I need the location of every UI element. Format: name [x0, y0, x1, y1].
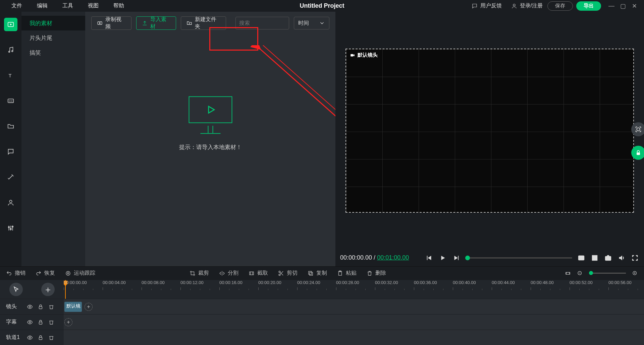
sidebar-adjust[interactable]: [4, 221, 17, 235]
copy-button[interactable]: 复制: [308, 270, 327, 277]
export-button[interactable]: 导出: [576, 1, 601, 11]
comment-icon: [7, 148, 14, 155]
sidebar-effects[interactable]: [4, 170, 17, 184]
menu-edit[interactable]: 编辑: [30, 2, 55, 9]
chevron-down-icon: [319, 20, 325, 26]
menu-help[interactable]: 帮助: [106, 2, 131, 9]
ruler-tick: 00:00:36.00: [414, 280, 437, 285]
ruler-tick: 00:00:20.00: [258, 280, 281, 285]
undo-button[interactable]: 撤销: [6, 270, 25, 277]
library-item-my-media[interactable]: 我的素材: [21, 16, 85, 30]
trash-icon[interactable]: [48, 304, 54, 310]
play-button[interactable]: [438, 254, 447, 262]
timeline-clip[interactable]: 默认镜: [64, 302, 82, 312]
feedback-button[interactable]: 用户反馈: [467, 2, 506, 9]
library-item-intros[interactable]: 片头片尾: [21, 30, 85, 45]
visibility-icon[interactable]: [27, 335, 33, 341]
track-lane[interactable]: [64, 330, 644, 345]
add-clip-button[interactable]: +: [85, 303, 93, 311]
user-icon: [511, 3, 517, 9]
timeline-header: ＋ 00:00:00.0000:00:04.0000:00:08.0000:00…: [0, 280, 644, 299]
login-button[interactable]: 登录/注册: [506, 2, 547, 9]
svg-rect-41: [39, 322, 42, 324]
visibility-icon[interactable]: [27, 319, 33, 325]
svg-point-0: [513, 4, 515, 6]
ruler-tick: 00:00:56.00: [608, 280, 632, 285]
sidebar-text[interactable]: T: [4, 69, 17, 82]
trim-button[interactable]: 截取: [249, 270, 268, 277]
folder-icon: [7, 123, 14, 130]
lock-button[interactable]: [631, 146, 644, 160]
sidebar-caption[interactable]: CC: [4, 94, 17, 108]
ruler-tick: 00:00:52.00: [570, 280, 593, 285]
preview-canvas[interactable]: 默认镜头: [345, 49, 634, 213]
menu-view[interactable]: 视图: [80, 2, 106, 9]
fit-icon[interactable]: [565, 270, 571, 276]
menu-file[interactable]: 文件: [4, 2, 30, 9]
lock-icon[interactable]: [38, 304, 44, 310]
total-timecode[interactable]: 00:01:00.00: [377, 254, 409, 261]
next-button[interactable]: [452, 254, 461, 262]
svg-rect-32: [309, 271, 312, 274]
visibility-icon[interactable]: [27, 304, 33, 310]
svg-point-42: [29, 337, 31, 338]
library-list: 我的素材 片头片尾 搞笑: [21, 12, 85, 266]
save-button[interactable]: 保存: [547, 1, 573, 11]
motion-track-button[interactable]: 运动跟踪: [65, 270, 95, 277]
paste-button[interactable]: 粘贴: [337, 270, 357, 277]
track-label: 镜头: [0, 303, 27, 310]
pip-button[interactable]: [577, 254, 586, 262]
track-lane[interactable]: 默认镜+: [64, 299, 644, 314]
zoom-in-icon[interactable]: [632, 270, 638, 276]
new-folder-button[interactable]: 新建文件夹: [181, 16, 226, 30]
sidebar-profile[interactable]: [4, 196, 17, 209]
cut-button[interactable]: 剪切: [278, 270, 298, 277]
split-icon: [219, 270, 225, 276]
add-clip-button[interactable]: +: [64, 318, 72, 326]
delete-button[interactable]: 删除: [367, 270, 386, 277]
sidebar-media[interactable]: [4, 18, 17, 31]
focus-button[interactable]: [631, 122, 644, 136]
sidebar-comment[interactable]: [4, 145, 17, 158]
snapshot-button[interactable]: [604, 254, 612, 262]
ruler-tick: 00:00:16.00: [219, 280, 243, 285]
fullscreen-button[interactable]: [631, 254, 639, 262]
window-close[interactable]: ✕: [629, 2, 640, 10]
search-box[interactable]: [235, 17, 289, 29]
text-icon: T: [7, 72, 14, 79]
play-icon: [205, 104, 216, 116]
zoom-out-icon[interactable]: [577, 270, 583, 276]
volume-button[interactable]: [617, 254, 626, 262]
crop-button[interactable]: 裁剪: [190, 270, 209, 277]
sidebar-folder[interactable]: [4, 120, 17, 133]
window-maximize[interactable]: ▢: [617, 2, 629, 10]
ruler-tick: 00:00:24.00: [297, 280, 320, 285]
menu-tools[interactable]: 工具: [55, 2, 80, 9]
svg-rect-16: [351, 54, 353, 56]
sidebar-audio[interactable]: [4, 43, 17, 57]
prev-button[interactable]: [425, 254, 434, 262]
sort-dropdown[interactable]: 时间: [294, 17, 329, 29]
redo-button[interactable]: 恢复: [36, 270, 55, 277]
track-lane[interactable]: +: [64, 315, 644, 330]
grid-button[interactable]: [590, 254, 599, 262]
library-item-funny[interactable]: 搞笑: [21, 45, 85, 60]
split-button[interactable]: 分割: [219, 270, 238, 277]
lock-icon[interactable]: [38, 319, 44, 325]
import-button[interactable]: 导入素材: [136, 16, 176, 30]
svg-rect-20: [458, 256, 459, 260]
add-track-button[interactable]: ＋: [41, 283, 55, 296]
svg-point-17: [637, 128, 640, 131]
window-minimize[interactable]: —: [606, 2, 617, 9]
trash-icon[interactable]: [48, 319, 54, 325]
zoom-slider[interactable]: [589, 273, 626, 274]
record-button[interactable]: 录制视频: [91, 16, 131, 30]
cursor-tool[interactable]: [9, 283, 23, 296]
ruler-tick: 00:00:28.00: [336, 280, 359, 285]
timeline-ruler[interactable]: 00:00:00.0000:00:04.0000:00:08.0000:00:1…: [64, 280, 644, 299]
transport-bar: 00:00:00.00 / 00:01:00.00: [335, 250, 644, 266]
lock-icon[interactable]: [38, 335, 44, 341]
progress-slider[interactable]: [465, 257, 572, 259]
svg-point-3: [12, 51, 13, 52]
trash-icon[interactable]: [48, 335, 54, 341]
